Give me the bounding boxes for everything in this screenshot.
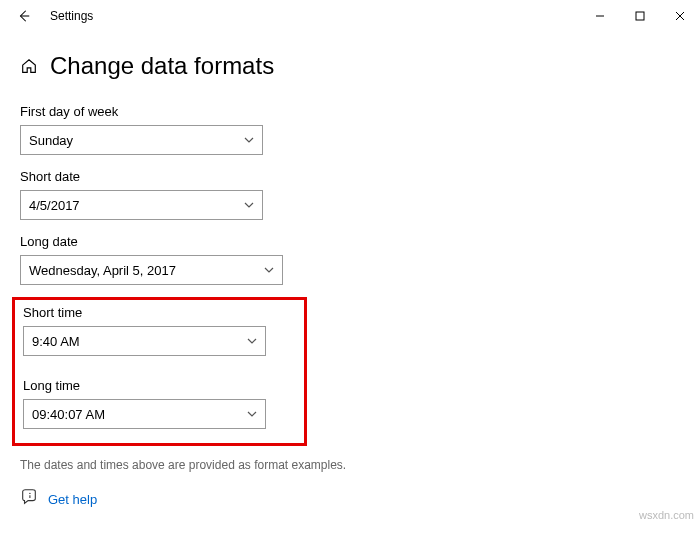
long-date-dropdown[interactable]: Wednesday, April 5, 2017 — [20, 255, 283, 285]
highlight-box: Short time 9:40 AM Long time 09:40:07 AM — [12, 297, 307, 446]
svg-rect-0 — [636, 12, 644, 20]
back-arrow-icon — [17, 9, 31, 23]
long-time-dropdown[interactable]: 09:40:07 AM — [23, 399, 266, 429]
first-day-value: Sunday — [29, 133, 73, 148]
info-text: The dates and times above are provided a… — [0, 458, 700, 472]
page-title: Change data formats — [50, 52, 274, 80]
short-time-value: 9:40 AM — [32, 334, 80, 349]
long-time-label: Long time — [23, 378, 296, 393]
watermark: wsxdn.com — [639, 509, 694, 521]
chevron-down-icon — [264, 265, 274, 275]
close-icon — [675, 11, 685, 21]
svg-point-1 — [29, 493, 30, 494]
get-help-link[interactable]: Get help — [48, 492, 97, 507]
long-time-value: 09:40:07 AM — [32, 407, 105, 422]
first-day-label: First day of week — [20, 104, 680, 119]
long-date-label: Long date — [20, 234, 680, 249]
maximize-icon — [635, 11, 645, 21]
chevron-down-icon — [247, 336, 257, 346]
maximize-button[interactable] — [620, 0, 660, 32]
window-title: Settings — [50, 9, 93, 23]
chevron-down-icon — [247, 409, 257, 419]
short-date-value: 4/5/2017 — [29, 198, 80, 213]
short-date-label: Short date — [20, 169, 680, 184]
short-date-dropdown[interactable]: 4/5/2017 — [20, 190, 263, 220]
first-day-dropdown[interactable]: Sunday — [20, 125, 263, 155]
home-icon[interactable] — [20, 57, 38, 75]
long-date-value: Wednesday, April 5, 2017 — [29, 263, 176, 278]
back-button[interactable] — [8, 0, 40, 32]
minimize-button[interactable] — [580, 0, 620, 32]
minimize-icon — [595, 11, 605, 21]
help-icon[interactable] — [20, 488, 38, 510]
short-time-label: Short time — [23, 305, 296, 320]
chevron-down-icon — [244, 135, 254, 145]
chevron-down-icon — [244, 200, 254, 210]
close-button[interactable] — [660, 0, 700, 32]
short-time-dropdown[interactable]: 9:40 AM — [23, 326, 266, 356]
